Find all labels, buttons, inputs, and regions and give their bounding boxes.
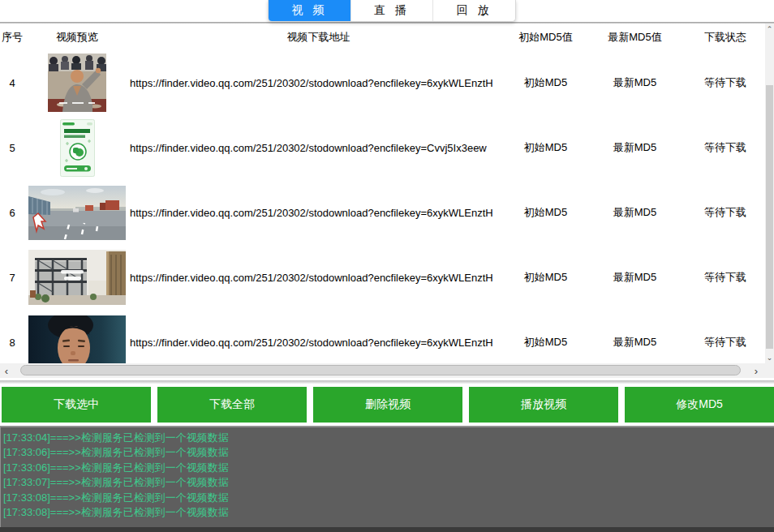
- vertical-scrollbar-thumb[interactable]: [766, 85, 773, 349]
- row-index: 7: [0, 245, 24, 310]
- thumbnail-art: [48, 54, 106, 112]
- row-index: 6: [0, 180, 24, 245]
- tab-replay[interactable]: 回 放: [433, 0, 515, 21]
- table-row[interactable]: 8: [0, 310, 765, 363]
- row-md5-initial: 初始MD5: [507, 310, 584, 363]
- action-toolbar: 下载选中 下载全部 删除视频 播放视频 修改MD5: [0, 387, 774, 423]
- app-window: 视 频 直 播 回 放 序号 视频预览 视频下载地址 初始MD5值 最新MD5值…: [0, 0, 774, 532]
- row-status: 等待下载: [686, 50, 765, 115]
- video-thumbnail-crowd[interactable]: [24, 50, 130, 115]
- thumbnail-art: [60, 119, 95, 177]
- video-table: 序号 视频预览 视频下载地址 初始MD5值 最新MD5值 下载状态 4: [0, 24, 774, 363]
- tab-video[interactable]: 视 频: [269, 0, 351, 21]
- header-preview: 视频预览: [24, 24, 130, 50]
- log-line: [17:33:04]===>>检测服务已检测到一个视频数据: [3, 431, 772, 445]
- row-md5-latest: 最新MD5: [584, 50, 686, 115]
- tab-bar: 视 频 直 播 回 放: [268, 0, 516, 22]
- log-line: [17:33:08]===>>检测服务已检测到一个视频数据: [3, 505, 772, 520]
- table-row[interactable]: 4: [0, 50, 765, 115]
- video-thumbnail-face[interactable]: [24, 310, 130, 363]
- row-index: 5: [0, 115, 24, 180]
- delete-video-button[interactable]: 删除视频: [313, 387, 462, 423]
- row-md5-initial: 初始MD5: [507, 180, 584, 245]
- toolbar-separator: [0, 380, 774, 384]
- window-bottom-edge: [0, 527, 774, 532]
- row-status: 等待下载: [686, 310, 765, 363]
- scroll-up-icon[interactable]: ⌃: [765, 24, 774, 35]
- row-status: 等待下载: [686, 180, 765, 245]
- play-video-button[interactable]: 播放视频: [469, 387, 618, 423]
- header-index: 序号: [0, 24, 24, 50]
- table-row[interactable]: 6: [0, 180, 765, 245]
- video-thumbnail-poster[interactable]: [24, 115, 130, 180]
- log-line: [17:33:06]===>>检测服务已检测到一个视频数据: [3, 445, 772, 460]
- row-md5-latest: 最新MD5: [584, 310, 686, 363]
- scroll-down-icon[interactable]: ⌄: [765, 352, 774, 363]
- log-line: [17:33:06]===>>检测服务已检测到一个视频数据: [3, 461, 772, 475]
- table-row[interactable]: 7: [0, 245, 765, 310]
- row-md5-latest: 最新MD5: [584, 180, 686, 245]
- row-status: 等待下载: [686, 115, 765, 180]
- header-md5-latest: 最新MD5值: [584, 24, 686, 50]
- row-md5-latest: 最新MD5: [584, 115, 686, 180]
- row-index: 8: [0, 310, 24, 363]
- row-status: 等待下载: [686, 245, 765, 310]
- table-header-row: 序号 视频预览 视频下载地址 初始MD5值 最新MD5值 下载状态: [0, 24, 765, 50]
- log-line: [17:33:07]===>>检测服务已检测到一个视频数据: [3, 475, 772, 490]
- header-status: 下载状态: [686, 24, 765, 50]
- row-url: https://finder.video.qq.com/251/20302/st…: [130, 310, 507, 363]
- row-md5-initial: 初始MD5: [507, 115, 584, 180]
- row-md5-initial: 初始MD5: [507, 245, 584, 310]
- download-selected-button[interactable]: 下载选中: [2, 387, 151, 423]
- row-url: https://finder.video.qq.com/251/20302/st…: [130, 115, 507, 180]
- header-md5-initial: 初始MD5值: [507, 24, 584, 50]
- header-url: 视频下载地址: [130, 24, 507, 50]
- download-all-button[interactable]: 下载全部: [157, 387, 307, 423]
- row-url: https://finder.video.qq.com/251/20302/st…: [130, 50, 507, 115]
- scroll-left-icon[interactable]: ‹: [0, 363, 13, 378]
- row-md5-initial: 初始MD5: [507, 50, 584, 115]
- thumbnail-art: [28, 315, 126, 363]
- horizontal-scrollbar-thumb[interactable]: [20, 365, 741, 375]
- thumbnail-art: [28, 186, 126, 240]
- scroll-right-icon[interactable]: ›: [750, 363, 763, 378]
- modify-md5-button[interactable]: 修改MD5: [625, 387, 774, 423]
- row-index: 4: [0, 50, 24, 115]
- video-thumbnail-highway[interactable]: [24, 180, 130, 245]
- row-url: https://finder.video.qq.com/251/20302/st…: [130, 245, 507, 310]
- log-line: [17:33:08]===>>检测服务已检测到一个视频数据: [3, 491, 772, 505]
- row-md5-latest: 最新MD5: [584, 245, 686, 310]
- thumbnail-art: [28, 250, 126, 305]
- video-thumbnail-construction[interactable]: [24, 245, 130, 310]
- tab-live[interactable]: 直 播: [351, 0, 434, 21]
- table-row[interactable]: 5 https://finder.video.qq.: [0, 115, 765, 180]
- row-url: https://finder.video.qq.com/251/20302/st…: [130, 180, 507, 245]
- horizontal-scrollbar[interactable]: ‹ ›: [0, 363, 774, 378]
- log-console: [17:33:04]===>>检测服务已检测到一个视频数据 [17:33:06]…: [0, 426, 774, 527]
- vertical-scrollbar[interactable]: ⌃ ⌄: [765, 24, 774, 363]
